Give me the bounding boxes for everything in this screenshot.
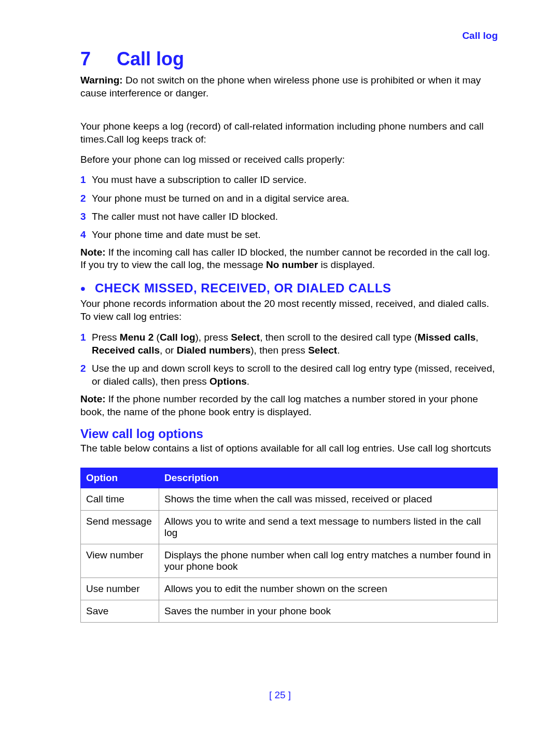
t: , or [160,345,177,356]
t: ( [153,332,160,343]
note-paragraph-2: Note: If the phone number recorded by th… [80,393,498,418]
t: , then scroll to the desired call type ( [260,332,417,343]
list-item: 4Your phone time and date must be set. [80,228,498,241]
t: . [337,345,340,356]
table-row: Send message Allows you to write and sen… [81,510,498,544]
chapter-heading: 7 Call log [80,48,498,70]
table-row: Save Saves the number in your phone book [81,600,498,622]
table-row: View number Displays the phone number wh… [81,544,498,578]
list-item: 2Your phone must be turned on and in a d… [80,192,498,205]
t: , [475,332,478,343]
table-cell: Saves the number in your phone book [159,600,498,622]
section2-intro: The table below contains a list of optio… [80,442,498,455]
t: Menu 2 [120,332,153,343]
intro-paragraph-1: Your phone keeps a log (record) of call-… [80,120,498,146]
list-text: Your phone time and date must be set. [92,228,498,241]
table-row: Use number Allows you to edit the number… [81,578,498,600]
note-lead: Note: [80,393,106,404]
list-text: Your phone must be turned on and in a di… [92,192,498,205]
intro-paragraph-2: Before your phone can log missed or rece… [80,153,498,166]
table-cell: Shows the time when the call was missed,… [159,488,498,510]
chapter-title: Call log [117,48,184,70]
t: Dialed numbers [177,345,251,356]
section1-intro: Your phone records information about the… [80,298,498,323]
t: Press [92,332,120,343]
t: Options [209,376,247,387]
list-text: Press Menu 2 (Call log), press Select, t… [92,331,498,357]
table-cell: Allows you to edit the number shown on t… [159,578,498,600]
list-item: 1 Press Menu 2 (Call log), press Select,… [80,331,498,357]
list-number: 2 [80,362,92,388]
t: Use the up and down scroll keys to scrol… [92,363,495,387]
t: . [247,376,249,387]
t: Received calls [92,345,160,356]
table-cell: Allows you to write and send a text mess… [159,510,498,544]
warning-lead: Warning: [80,75,123,86]
t: ), then press [250,345,308,356]
list-text: You must have a subscription to caller I… [92,173,498,186]
t: Call log [160,332,195,343]
note-bold: No number [266,259,318,270]
table-header-cell: Description [159,468,498,488]
list-number: 3 [80,210,92,223]
list-number: 1 [80,331,92,357]
chapter-number: 7 [80,48,117,70]
list-item: 1You must have a subscription to caller … [80,173,498,186]
note-paragraph-1: Note: If the incoming call has caller ID… [80,246,498,272]
table-cell: Use number [81,578,159,600]
warning-text: Do not switch on the phone when wireless… [80,75,481,98]
list-text: Use the up and down scroll keys to scrol… [92,362,498,388]
table-header-row: Option Description [81,468,498,488]
note-text-b: is displayed. [318,259,375,270]
list-number: 4 [80,228,92,241]
options-table: Option Description Call time Shows the t… [80,468,498,623]
t: Missed calls [417,332,475,343]
t: ), press [195,332,231,343]
steps-list: 1 Press Menu 2 (Call log), press Select,… [80,331,498,388]
list-item: 2 Use the up and down scroll keys to scr… [80,362,498,388]
list-number: 2 [80,192,92,205]
list-item: 3The caller must not have caller ID bloc… [80,210,498,223]
table-cell: Save [81,600,159,622]
table-cell: Send message [81,510,159,544]
table-cell: View number [81,544,159,578]
warning-paragraph: Warning: Do not switch on the phone when… [80,74,498,100]
section-heading-text: CHECK MISSED, RECEIVED, OR DIALED CALLS [95,281,391,295]
note-lead: Note: [80,247,106,258]
note-text: If the phone number recorded by the call… [80,393,478,417]
t: Select [231,332,260,343]
table-row: Call time Shows the time when the call w… [81,488,498,510]
prerequisite-list: 1You must have a subscription to caller … [80,173,498,241]
table-cell: Displays the phone number when call log … [159,544,498,578]
table-header-cell: Option [81,468,159,488]
subsection-heading: View call log options [80,427,498,441]
bullet-icon: • [80,281,95,296]
list-number: 1 [80,173,92,186]
t: Select [308,345,337,356]
section-heading: • CHECK MISSED, RECEIVED, OR DIALED CALL… [80,281,498,296]
table-cell: Call time [81,488,159,510]
running-header: Call log [462,30,498,41]
page-number: [ 25 ] [0,689,560,701]
list-text: The caller must not have caller ID block… [92,210,498,223]
